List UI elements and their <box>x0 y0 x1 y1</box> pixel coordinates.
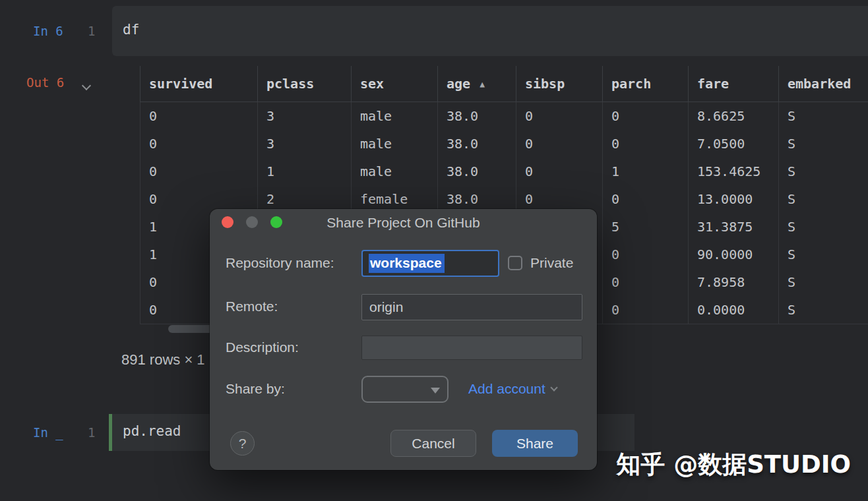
private-checkbox[interactable] <box>508 256 522 270</box>
table-cell[interactable]: 1 <box>602 158 688 185</box>
column-header-survived[interactable]: survived <box>140 66 257 102</box>
table-row: 01male38.001153.4625S <box>140 158 868 185</box>
watermark-text: 知乎 @数据STUDIO <box>616 448 851 481</box>
table-cell[interactable]: 0 <box>602 296 688 324</box>
table-cell[interactable]: S <box>778 158 868 185</box>
help-button[interactable]: ? <box>230 431 255 456</box>
cell-output-label: Out 6 <box>26 75 64 90</box>
table-cell[interactable]: 0 <box>516 130 602 158</box>
table-cell[interactable]: 0 <box>602 185 688 213</box>
table-cell[interactable]: 0 <box>602 102 688 130</box>
share-project-dialog: Share Project On GitHub Repository name:… <box>210 209 597 470</box>
table-cell[interactable]: S <box>778 130 868 158</box>
chevron-down-icon <box>550 384 557 391</box>
table-cell[interactable]: 0 <box>602 241 688 268</box>
column-header-fare[interactable]: fare <box>688 66 778 102</box>
description-input[interactable] <box>361 336 582 360</box>
table-row: 03male38.0008.6625S <box>140 102 868 130</box>
table-cell[interactable]: 0.0000 <box>688 296 778 324</box>
table-cell[interactable]: male <box>351 158 437 185</box>
table-cell[interactable]: 5 <box>602 213 688 241</box>
table-cell[interactable]: 8.6625 <box>688 102 778 130</box>
column-header-pclass[interactable]: pclass <box>257 66 351 102</box>
table-cell[interactable]: 0 <box>140 158 257 185</box>
table-cell[interactable]: male <box>351 130 437 158</box>
dialog-title: Share Project On GitHub <box>210 215 597 231</box>
account-dropdown[interactable] <box>361 376 449 403</box>
column-header-age[interactable]: age▲ <box>437 66 516 102</box>
table-row: 03male38.0007.0500S <box>140 130 868 158</box>
code-cell[interactable]: df <box>112 6 868 56</box>
add-account-link[interactable]: Add account <box>468 381 557 397</box>
table-cell[interactable]: S <box>778 241 868 268</box>
code-text[interactable]: pd.read <box>123 423 181 439</box>
table-cell[interactable]: 38.0 <box>437 158 516 185</box>
table-cell[interactable]: 0 <box>516 102 602 130</box>
table-cell[interactable]: 7.8958 <box>688 268 778 296</box>
table-rows-count: 891 rows × 1 <box>121 351 205 368</box>
private-label: Private <box>530 255 573 271</box>
cell-execution-label: In 6 <box>33 24 63 38</box>
table-cell[interactable]: 0 <box>140 102 257 130</box>
repository-name-input[interactable]: workspace <box>361 250 499 277</box>
line-number: 1 <box>88 425 95 440</box>
table-cell[interactable]: 0 <box>602 130 688 158</box>
description-label: Description: <box>226 339 299 355</box>
collapse-output-chevron-icon[interactable] <box>83 80 92 88</box>
table-cell[interactable]: S <box>778 185 868 213</box>
remote-label: Remote: <box>226 299 278 314</box>
column-header-sex[interactable]: sex <box>351 66 437 102</box>
table-cell[interactable]: 31.3875 <box>688 213 778 241</box>
table-cell[interactable]: 0 <box>140 130 257 158</box>
table-cell[interactable]: 153.4625 <box>688 158 778 185</box>
table-cell[interactable]: 0 <box>602 268 688 296</box>
table-cell[interactable]: 90.0000 <box>688 241 778 268</box>
table-header-row: survivedpclasssexage▲sibspparchfareembar… <box>140 66 868 102</box>
table-cell[interactable]: 7.0500 <box>688 130 778 158</box>
table-cell[interactable]: 3 <box>257 130 351 158</box>
line-number: 1 <box>88 24 95 38</box>
table-cell[interactable]: 0 <box>516 158 602 185</box>
share-button[interactable]: Share <box>492 430 578 457</box>
table-cell[interactable]: male <box>351 102 437 130</box>
selected-text: workspace <box>369 254 445 273</box>
table-cell[interactable]: 1 <box>257 158 351 185</box>
cell-execution-label: In _ <box>33 425 63 440</box>
table-cell[interactable]: 3 <box>257 102 351 130</box>
sort-ascending-icon: ▲ <box>480 79 485 89</box>
column-header-embarked[interactable]: embarked <box>778 66 868 102</box>
table-cell[interactable]: S <box>778 102 868 130</box>
table-cell[interactable]: 38.0 <box>437 130 516 158</box>
table-cell[interactable]: 13.0000 <box>688 185 778 213</box>
repository-name-label: Repository name: <box>226 255 334 271</box>
active-cell-indicator <box>109 414 112 451</box>
code-text[interactable]: df <box>123 22 139 38</box>
table-cell[interactable]: S <box>778 296 868 324</box>
column-header-parch[interactable]: parch <box>602 66 688 102</box>
remote-input[interactable] <box>361 294 582 320</box>
table-cell[interactable]: S <box>778 268 868 296</box>
column-header-sibsp[interactable]: sibsp <box>516 66 602 102</box>
share-by-label: Share by: <box>226 381 285 397</box>
table-cell[interactable]: S <box>778 213 868 241</box>
cancel-button[interactable]: Cancel <box>390 430 476 457</box>
dialog-titlebar[interactable]: Share Project On GitHub <box>210 209 597 237</box>
table-cell[interactable]: 38.0 <box>437 102 516 130</box>
dropdown-arrow-icon <box>431 388 440 394</box>
